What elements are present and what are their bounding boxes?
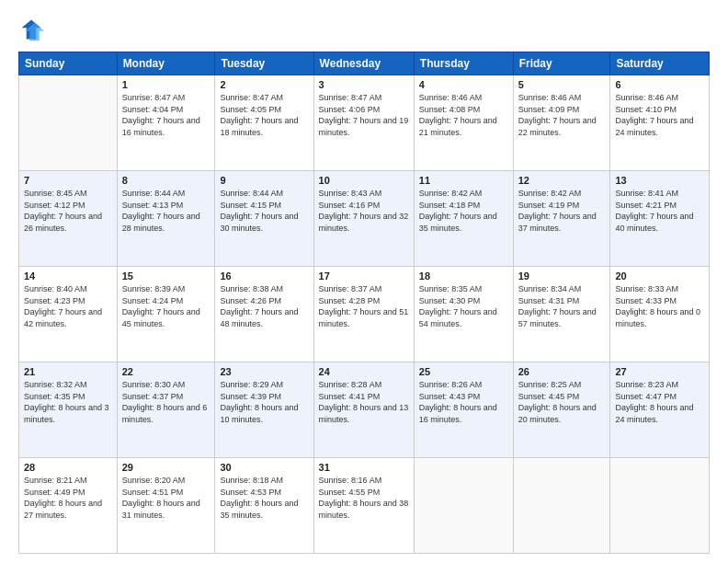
weekday-header-sunday: Sunday — [19, 52, 118, 75]
day-number: 19 — [518, 270, 606, 282]
day-number: 5 — [518, 79, 606, 90]
day-info: Sunrise: 8:34 AMSunset: 4:31 PMDaylight:… — [518, 283, 606, 329]
day-number: 23 — [220, 366, 308, 377]
day-number: 10 — [319, 175, 409, 186]
day-info: Sunrise: 8:23 AMSunset: 4:47 PMDaylight:… — [615, 379, 704, 425]
day-number: 14 — [24, 270, 112, 282]
day-info: Sunrise: 8:43 AMSunset: 4:16 PMDaylight:… — [319, 188, 409, 234]
day-number: 21 — [24, 366, 112, 377]
header — [18, 17, 710, 42]
day-info: Sunrise: 8:26 AMSunset: 4:43 PMDaylight:… — [419, 379, 508, 425]
day-number: 16 — [220, 270, 308, 282]
week-row-4: 21Sunrise: 8:32 AMSunset: 4:35 PMDayligh… — [19, 362, 710, 458]
calendar-cell — [513, 458, 610, 554]
day-number: 31 — [319, 462, 409, 473]
day-info: Sunrise: 8:42 AMSunset: 4:18 PMDaylight:… — [419, 188, 508, 234]
day-number: 11 — [419, 175, 508, 186]
day-number: 13 — [615, 175, 704, 186]
calendar-cell: 23Sunrise: 8:29 AMSunset: 4:39 PMDayligh… — [215, 362, 313, 458]
logo — [18, 17, 48, 42]
calendar-table: SundayMondayTuesdayWednesdayThursdayFrid… — [18, 52, 710, 554]
weekday-header-thursday: Thursday — [414, 52, 513, 75]
day-info: Sunrise: 8:21 AMSunset: 4:49 PMDaylight:… — [24, 475, 112, 521]
day-number: 25 — [419, 366, 508, 377]
day-info: Sunrise: 8:18 AMSunset: 4:53 PMDaylight:… — [220, 475, 308, 521]
day-info: Sunrise: 8:38 AMSunset: 4:26 PMDaylight:… — [220, 283, 308, 329]
day-number: 2 — [220, 79, 308, 90]
day-number: 15 — [122, 270, 210, 282]
day-info: Sunrise: 8:25 AMSunset: 4:45 PMDaylight:… — [518, 379, 606, 425]
day-number: 27 — [615, 366, 704, 377]
week-row-3: 14Sunrise: 8:40 AMSunset: 4:23 PMDayligh… — [19, 267, 710, 362]
day-info: Sunrise: 8:20 AMSunset: 4:51 PMDaylight:… — [122, 475, 210, 521]
calendar-cell: 27Sunrise: 8:23 AMSunset: 4:47 PMDayligh… — [610, 362, 710, 458]
weekday-header-tuesday: Tuesday — [215, 52, 313, 75]
calendar-cell: 31Sunrise: 8:16 AMSunset: 4:55 PMDayligh… — [313, 458, 414, 554]
day-info: Sunrise: 8:47 AMSunset: 4:05 PMDaylight:… — [220, 92, 308, 138]
calendar-cell: 14Sunrise: 8:40 AMSunset: 4:23 PMDayligh… — [19, 267, 118, 362]
day-number: 8 — [122, 175, 210, 186]
calendar-cell: 9Sunrise: 8:44 AMSunset: 4:15 PMDaylight… — [215, 171, 313, 267]
day-info: Sunrise: 8:42 AMSunset: 4:19 PMDaylight:… — [518, 188, 606, 234]
calendar-cell: 8Sunrise: 8:44 AMSunset: 4:13 PMDaylight… — [117, 171, 215, 267]
day-number: 9 — [220, 175, 308, 186]
weekday-header-monday: Monday — [117, 52, 215, 75]
day-number: 3 — [319, 79, 409, 90]
calendar-cell: 7Sunrise: 8:45 AMSunset: 4:12 PMDaylight… — [19, 171, 118, 267]
calendar-cell: 19Sunrise: 8:34 AMSunset: 4:31 PMDayligh… — [513, 267, 610, 362]
day-info: Sunrise: 8:33 AMSunset: 4:33 PMDaylight:… — [615, 283, 704, 329]
day-number: 17 — [319, 270, 409, 282]
day-info: Sunrise: 8:28 AMSunset: 4:41 PMDaylight:… — [319, 379, 409, 425]
weekday-header-friday: Friday — [513, 52, 610, 75]
day-number: 30 — [220, 462, 308, 473]
day-number: 29 — [122, 462, 210, 473]
calendar-cell: 30Sunrise: 8:18 AMSunset: 4:53 PMDayligh… — [215, 458, 313, 554]
day-info: Sunrise: 8:44 AMSunset: 4:15 PMDaylight:… — [220, 188, 308, 234]
calendar-cell: 28Sunrise: 8:21 AMSunset: 4:49 PMDayligh… — [19, 458, 118, 554]
day-info: Sunrise: 8:35 AMSunset: 4:30 PMDaylight:… — [419, 283, 508, 329]
day-number: 6 — [615, 79, 704, 90]
day-info: Sunrise: 8:40 AMSunset: 4:23 PMDaylight:… — [24, 283, 112, 329]
calendar-cell: 4Sunrise: 8:46 AMSunset: 4:08 PMDaylight… — [414, 75, 513, 171]
calendar-cell: 16Sunrise: 8:38 AMSunset: 4:26 PMDayligh… — [215, 267, 313, 362]
calendar-cell: 11Sunrise: 8:42 AMSunset: 4:18 PMDayligh… — [414, 171, 513, 267]
day-number: 7 — [24, 175, 112, 186]
day-number: 22 — [122, 366, 210, 377]
calendar-cell — [610, 458, 710, 554]
weekday-header-saturday: Saturday — [610, 52, 710, 75]
calendar-cell: 15Sunrise: 8:39 AMSunset: 4:24 PMDayligh… — [117, 267, 215, 362]
day-info: Sunrise: 8:47 AMSunset: 4:06 PMDaylight:… — [319, 92, 409, 138]
day-info: Sunrise: 8:32 AMSunset: 4:35 PMDaylight:… — [24, 379, 112, 425]
calendar-cell: 2Sunrise: 8:47 AMSunset: 4:05 PMDaylight… — [215, 75, 313, 171]
weekday-header-row: SundayMondayTuesdayWednesdayThursdayFrid… — [19, 52, 710, 75]
day-number: 12 — [518, 175, 606, 186]
calendar-cell: 6Sunrise: 8:46 AMSunset: 4:10 PMDaylight… — [610, 75, 710, 171]
day-info: Sunrise: 8:16 AMSunset: 4:55 PMDaylight:… — [319, 475, 409, 521]
calendar-cell — [414, 458, 513, 554]
day-info: Sunrise: 8:45 AMSunset: 4:12 PMDaylight:… — [24, 188, 112, 234]
week-row-5: 28Sunrise: 8:21 AMSunset: 4:49 PMDayligh… — [19, 458, 710, 554]
calendar-cell: 12Sunrise: 8:42 AMSunset: 4:19 PMDayligh… — [513, 171, 610, 267]
calendar-cell: 21Sunrise: 8:32 AMSunset: 4:35 PMDayligh… — [19, 362, 118, 458]
calendar-cell: 5Sunrise: 8:46 AMSunset: 4:09 PMDaylight… — [513, 75, 610, 171]
weekday-header-wednesday: Wednesday — [313, 52, 414, 75]
calendar-cell: 20Sunrise: 8:33 AMSunset: 4:33 PMDayligh… — [610, 267, 710, 362]
day-info: Sunrise: 8:41 AMSunset: 4:21 PMDaylight:… — [615, 188, 704, 234]
day-number: 24 — [319, 366, 409, 377]
day-info: Sunrise: 8:46 AMSunset: 4:10 PMDaylight:… — [615, 92, 704, 138]
day-number: 1 — [122, 79, 210, 90]
day-info: Sunrise: 8:29 AMSunset: 4:39 PMDaylight:… — [220, 379, 308, 425]
calendar-cell: 10Sunrise: 8:43 AMSunset: 4:16 PMDayligh… — [313, 171, 414, 267]
day-info: Sunrise: 8:44 AMSunset: 4:13 PMDaylight:… — [122, 188, 210, 234]
week-row-1: 1Sunrise: 8:47 AMSunset: 4:04 PMDaylight… — [19, 75, 710, 171]
calendar-cell: 25Sunrise: 8:26 AMSunset: 4:43 PMDayligh… — [414, 362, 513, 458]
day-number: 28 — [24, 462, 112, 473]
day-info: Sunrise: 8:46 AMSunset: 4:09 PMDaylight:… — [518, 92, 606, 138]
calendar-cell: 26Sunrise: 8:25 AMSunset: 4:45 PMDayligh… — [513, 362, 610, 458]
calendar-cell: 3Sunrise: 8:47 AMSunset: 4:06 PMDaylight… — [313, 75, 414, 171]
day-info: Sunrise: 8:47 AMSunset: 4:04 PMDaylight:… — [122, 92, 210, 138]
day-info: Sunrise: 8:37 AMSunset: 4:28 PMDaylight:… — [319, 283, 409, 329]
page: SundayMondayTuesdayWednesdayThursdayFrid… — [0, 0, 728, 563]
calendar-cell — [19, 75, 118, 171]
day-number: 4 — [419, 79, 508, 90]
